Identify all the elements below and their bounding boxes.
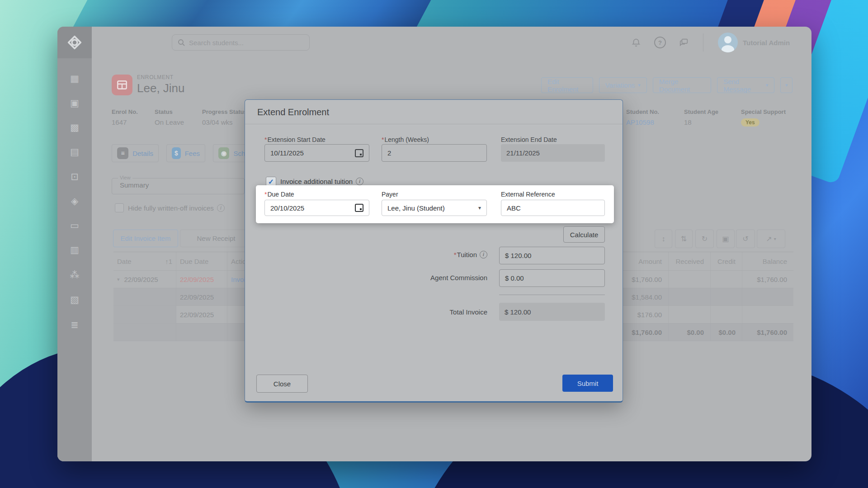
search-icon <box>178 39 185 46</box>
topbar-divider <box>703 33 703 52</box>
sidebar-item-classes-icon[interactable]: ▤ <box>57 145 92 158</box>
agent-commission-label: Agent Commission <box>245 274 487 282</box>
sidebar-item-organisation-icon[interactable]: ▧ <box>57 293 92 306</box>
cell-balance: $1,760.00 <box>742 271 793 288</box>
tuition-input[interactable]: $ 120.00 <box>499 247 605 264</box>
payer-label: Payer <box>382 191 398 198</box>
info-value: On Leave <box>155 118 184 126</box>
history-icon[interactable]: ↺ <box>736 230 755 248</box>
desktop-wallpaper: ▦ ▣ ▩ ▤ ⊡ ◈ ▭ ▥ ⁂ ▧ ≣ Search students... <box>0 0 868 488</box>
close-button[interactable]: Close <box>256 375 308 393</box>
total-invoice-label: Total Invoice <box>245 308 487 316</box>
search-input[interactable]: Search students... <box>172 34 310 51</box>
search-placeholder: Search students... <box>189 39 244 47</box>
chevron-down-icon: ▾ <box>766 82 769 88</box>
chevron-down-icon: ▾ <box>638 82 641 88</box>
sidebar: ▦ ▣ ▩ ▤ ⊡ ◈ ▭ ▥ ⁂ ▧ ≣ <box>57 27 92 461</box>
column-header-received[interactable]: Received <box>669 252 711 270</box>
chevron-down-icon: ▾ <box>774 236 776 241</box>
info-label: Student Age <box>684 108 718 115</box>
modal-divider <box>245 124 623 124</box>
total-divider <box>499 295 605 295</box>
sidebar-item-invoices-icon[interactable]: ⊡ <box>57 170 92 183</box>
cell-balance <box>742 288 793 305</box>
info-icon: i <box>356 178 363 185</box>
payer-select[interactable]: Lee, Jinu (Student)▾ <box>382 200 487 216</box>
sidebar-item-settings-icon[interactable]: ≣ <box>57 319 92 331</box>
export-icon[interactable]: ↗▾ <box>757 230 785 248</box>
collapse-all-icon[interactable]: ⇅ <box>675 230 693 248</box>
app-logo[interactable] <box>57 27 92 58</box>
icon-glyph: ▣ <box>722 235 729 243</box>
sidebar-item-network-icon[interactable]: ⁂ <box>57 268 92 281</box>
merge-document-button[interactable]: Merge Document <box>653 77 711 93</box>
calendar-icon[interactable] <box>355 204 363 212</box>
sidebar-item-students-icon[interactable]: ▣ <box>57 97 92 109</box>
highlighted-invoice-fields: *Due Date 20/10/2025 Payer Lee, Jinu (St… <box>256 185 614 223</box>
variations-button[interactable]: Variations▾ <box>599 77 647 93</box>
due-date-input[interactable]: 20/10/2025 <box>264 200 369 216</box>
extension-end-date-label: Extension End Date <box>501 136 557 143</box>
chat-icon[interactable] <box>678 36 690 49</box>
hide-written-off-checkbox[interactable] <box>115 203 124 212</box>
notifications-bell-icon[interactable] <box>630 36 642 49</box>
total-balance: $1,760.00 <box>742 324 793 341</box>
calculate-button[interactable]: Calculate <box>563 226 605 243</box>
cell-credit <box>711 271 742 288</box>
copy-icon[interactable]: ▣ <box>717 230 735 248</box>
sidebar-item-courses-icon[interactable]: ◈ <box>57 195 92 207</box>
column-header-due-date[interactable]: Due Date <box>176 252 227 270</box>
cell-date: 22/09/2025 <box>124 276 158 283</box>
tab-fees[interactable]: $ Fees <box>166 144 205 162</box>
hide-written-off-label: Hide fully written-off invoices i <box>128 204 225 212</box>
cell-due-date: 22/09/2025 <box>176 288 227 305</box>
button-label: Send Message <box>723 78 763 93</box>
avatar[interactable] <box>718 33 738 52</box>
cell-balance <box>742 306 793 323</box>
button-label: Merge Document <box>659 78 705 93</box>
help-icon[interactable]: ? <box>654 36 666 49</box>
info-label: Special Support <box>741 108 786 115</box>
required-mark: * <box>264 191 267 198</box>
agent-commission-input[interactable]: $ 0.00 <box>499 269 605 287</box>
column-header-credit[interactable]: Credit <box>711 252 742 270</box>
refresh-icon[interactable]: ↻ <box>695 230 714 248</box>
submit-button[interactable]: Submit <box>562 375 613 392</box>
more-actions-button[interactable]: ▾ <box>780 77 793 93</box>
sidebar-item-books-icon[interactable]: ▭ <box>57 219 92 232</box>
button-label: Edit Invoice Item <box>121 235 171 242</box>
app-window: ▦ ▣ ▩ ▤ ⊡ ◈ ▭ ▥ ⁂ ▧ ≣ Search students... <box>57 27 811 461</box>
length-weeks-input[interactable]: 2 <box>382 144 487 162</box>
sidebar-item-dashboard-icon[interactable]: ▦ <box>57 72 92 85</box>
details-tab-icon: ≡ <box>117 147 128 159</box>
user-name[interactable]: Tutorial Admin <box>743 39 790 47</box>
sidebar-item-services-icon[interactable]: ▥ <box>57 244 92 256</box>
chevron-down-icon: ▾ <box>478 205 481 211</box>
required-mark: * <box>264 136 267 143</box>
expand-all-icon[interactable]: ↕ <box>655 230 672 248</box>
sidebar-item-documents-icon[interactable]: ▩ <box>57 121 92 134</box>
calendar-icon[interactable] <box>355 149 363 157</box>
enrolment-icon <box>112 75 132 95</box>
send-message-button[interactable]: Send Message▾ <box>717 77 774 93</box>
icon-glyph: ⇅ <box>681 235 687 243</box>
invoice-additional-tuition-label: Invoice additional tuition i <box>280 178 363 185</box>
modal-title: Extend Enrolment <box>257 107 329 117</box>
student-no-link[interactable]: AP10598 <box>626 118 659 126</box>
column-header-date[interactable]: Date↑1 <box>113 252 176 270</box>
column-header-balance[interactable]: Balance <box>742 252 793 270</box>
extend-enrolment-modal: Extend Enrolment *Extension Start Date 1… <box>245 99 623 403</box>
external-reference-input[interactable]: ABC <box>501 200 605 216</box>
tuition-label: *Tuition i <box>245 251 487 258</box>
info-icon: i <box>480 251 487 258</box>
info-value: 1647 <box>112 118 138 126</box>
edit-invoice-item-button[interactable]: Edit Invoice Item <box>113 230 178 247</box>
tab-details[interactable]: ≡ Details <box>112 144 159 162</box>
extension-start-date-input[interactable]: 10/11/2025 <box>264 144 369 162</box>
info-value: 18 <box>684 118 718 126</box>
row-expander-icon[interactable]: ▾ <box>117 277 120 282</box>
sort-ascending-icon[interactable]: ↑1 <box>165 258 172 265</box>
extension-end-date-input: 21/11/2025 <box>501 144 605 162</box>
edit-enrolment-button[interactable]: Edit Enrolment <box>541 77 593 93</box>
new-receipt-button[interactable]: New Receipt <box>180 230 252 247</box>
